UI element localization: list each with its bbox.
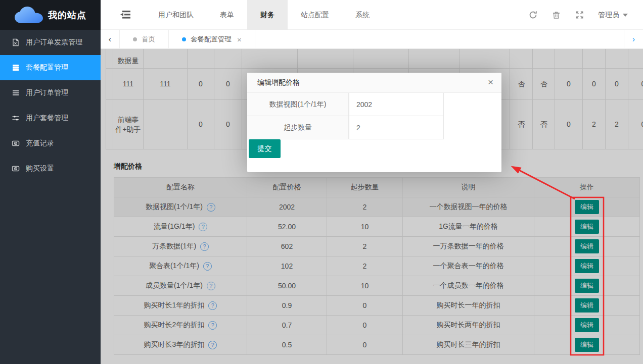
modal-field-label: 数据视图(1个/1年) xyxy=(247,93,349,116)
topbar: 用户和团队 表单 财务 站点配置 系统 管理员 xyxy=(101,0,643,30)
tab-dot-icon xyxy=(182,37,186,41)
top-nav-item-label: 站点配置 xyxy=(301,11,329,20)
sidebar-item-label: 用户订单发票管理 xyxy=(26,38,82,47)
tab-package-config[interactable]: 套餐配置管理 × xyxy=(169,30,255,49)
sidebar-item-label: 充值记录 xyxy=(26,139,54,148)
order-list-icon xyxy=(11,89,20,97)
sidebar: 我的站点 用户订单发票管理 套餐配置管理 用户订单管理 用户套餐管理 充值记录 … xyxy=(0,0,101,364)
tab-home-label: 首页 xyxy=(142,35,155,44)
quantity-input-wrap xyxy=(349,116,444,139)
tabs-scroll-right-icon[interactable]: › xyxy=(624,30,643,49)
main-content: 数据量11111100否否0000前端事件+助手00否否0220 增配价格 配置… xyxy=(101,49,643,364)
topbar-actions: 管理员 xyxy=(521,0,643,30)
refresh-icon[interactable] xyxy=(521,0,544,30)
modal-title: 编辑增配价格 xyxy=(257,78,300,87)
tab-dot-icon xyxy=(133,37,137,41)
submit-button[interactable]: 提交 xyxy=(249,139,281,158)
price-input[interactable] xyxy=(349,93,443,116)
sidebar-item-label: 用户套餐管理 xyxy=(26,114,68,123)
admin-label: 管理员 xyxy=(598,11,619,20)
tab-home[interactable]: 首页 xyxy=(120,30,169,49)
tabbar: ‹ 首页 套餐配置管理 × › xyxy=(101,30,643,49)
recharge-record-icon xyxy=(11,139,20,148)
modal-field-row: 起步数量 xyxy=(247,116,501,139)
top-nav-item[interactable]: 表单 xyxy=(207,0,247,30)
sidebar-item[interactable]: 购买设置 xyxy=(0,156,101,181)
top-nav-item[interactable]: 用户和团队 xyxy=(145,0,207,30)
modal-close-icon[interactable]: × xyxy=(488,77,493,87)
user-package-icon xyxy=(11,114,20,123)
top-nav-item-label: 财务 xyxy=(260,11,274,20)
cloud-logo-icon xyxy=(14,7,43,24)
sidebar-menu: 用户订单发票管理 套餐配置管理 用户订单管理 用户套餐管理 充值记录 购买设置 xyxy=(0,30,101,181)
collapse-sidebar-icon[interactable] xyxy=(120,10,130,19)
purchase-settings-icon xyxy=(11,165,20,173)
trash-icon[interactable] xyxy=(544,0,568,30)
sidebar-item-label: 用户订单管理 xyxy=(26,88,68,97)
sidebar-item[interactable]: 套餐配置管理 xyxy=(0,55,101,80)
sidebar-item[interactable]: 充值记录 xyxy=(0,131,101,156)
quantity-input[interactable] xyxy=(349,116,443,139)
top-nav-item-label: 系统 xyxy=(355,11,370,20)
top-nav-item[interactable]: 财务 xyxy=(247,0,288,30)
top-nav-item-label: 用户和团队 xyxy=(158,11,194,20)
chevron-down-icon xyxy=(623,14,628,17)
modal-field-row: 数据视图(1个/1年) xyxy=(247,93,501,116)
price-input-wrap xyxy=(349,93,444,116)
sidebar-item-label: 套餐配置管理 xyxy=(26,63,68,72)
tab-package-config-label: 套餐配置管理 xyxy=(191,35,232,44)
top-nav-item[interactable]: 站点配置 xyxy=(288,0,342,30)
sidebar-item[interactable]: 用户订单管理 xyxy=(0,80,101,106)
sidebar-item[interactable]: 用户订单发票管理 xyxy=(0,30,101,55)
package-config-icon xyxy=(11,64,20,72)
site-title: 我的站点 xyxy=(48,9,86,21)
tabs-scroll-left-icon[interactable]: ‹ xyxy=(101,30,120,49)
tab-close-icon[interactable]: × xyxy=(237,35,242,44)
modal-header: 编辑增配价格 xyxy=(247,73,501,93)
top-nav-menu: 用户和团队 表单 财务 站点配置 系统 xyxy=(145,0,383,30)
sidebar-item[interactable]: 用户套餐管理 xyxy=(0,106,101,131)
modal-field-label: 起步数量 xyxy=(247,116,349,139)
top-nav-item[interactable]: 系统 xyxy=(342,0,383,30)
top-nav-item-label: 表单 xyxy=(220,11,234,20)
edit-price-modal: 编辑增配价格 × 数据视图(1个/1年) 起步数量 提交 xyxy=(247,73,501,172)
app-logo: 我的站点 xyxy=(0,0,101,30)
invoice-file-icon xyxy=(11,38,20,47)
sidebar-item-label: 购买设置 xyxy=(26,164,54,173)
fullscreen-icon[interactable] xyxy=(568,0,591,30)
admin-dropdown[interactable]: 管理员 xyxy=(591,0,632,30)
